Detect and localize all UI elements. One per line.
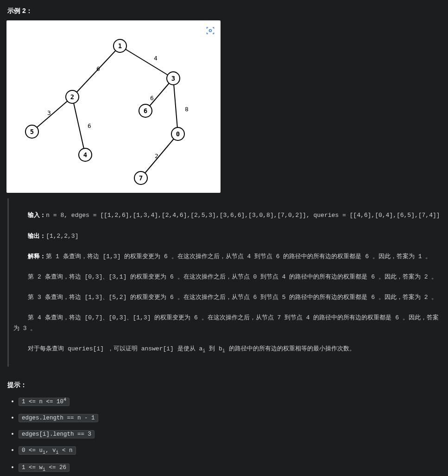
input-text: n = 8, edges = [[1,2,6],[1,3,4],[2,4,6],…	[46, 212, 440, 219]
hint-item: edges.length == n - 1	[19, 412, 442, 423]
edge-weight: 6	[88, 121, 91, 131]
example-title: 示例 2：	[7, 6, 442, 16]
output-text: [1,2,2,3]	[46, 233, 78, 240]
explain-line-3: 第 3 条查询，将边 [1,3]、[5,2] 的权重变更为 6 。在这次操作之后…	[28, 294, 437, 301]
svg-line-2	[120, 46, 173, 78]
hints-list: 1 <= n <= 104 edges.length == n - 1 edge…	[6, 396, 442, 476]
explain-label: 解释：	[28, 253, 46, 260]
svg-line-4	[72, 97, 85, 155]
edge-weight: 8	[185, 105, 189, 114]
hint-item: 0 <= ui, vi < n	[19, 444, 442, 457]
explain-line-4: 第 4 条查询，将边 [0,7]、[0,3]、[1,3] 的权重变更为 6 。在…	[13, 314, 439, 331]
svg-line-3	[32, 97, 72, 132]
explain-line-2: 第 2 条查询，将边 [0,3]、[3,1] 的权重变更为 6 。在这次操作之后…	[28, 273, 437, 280]
hint-item: 1 <= n <= 104	[19, 396, 442, 406]
edge-weight: 2	[155, 152, 158, 161]
edge-weight: 6	[150, 94, 154, 103]
edge-weight: 4	[154, 54, 158, 63]
output-label: 输出：	[28, 233, 46, 240]
svg-line-6	[173, 78, 178, 134]
input-label: 输入：	[28, 212, 46, 219]
edge-weight: 3	[47, 108, 51, 118]
hint-item: edges[i].length == 3	[19, 428, 442, 439]
graph-image: 13265047 6436682	[6, 20, 221, 193]
explain-summary: 对于每条查询 queries[i] ，可以证明 answer[i] 是使从 ai…	[28, 345, 355, 352]
example-io-block: 输入：n = 8, edges = [[1,2,6],[1,3,4],[2,4,…	[7, 198, 442, 367]
edge-weight: 6	[96, 64, 100, 74]
hints-title: 提示：	[7, 380, 442, 390]
explain-line-1: 第 1 条查询，将边 [1,3] 的权重变更为 6 。在这次操作之后，从节点 4…	[46, 253, 431, 260]
hint-item: 1 <= wi <= 26	[19, 462, 442, 474]
svg-line-7	[141, 134, 178, 178]
